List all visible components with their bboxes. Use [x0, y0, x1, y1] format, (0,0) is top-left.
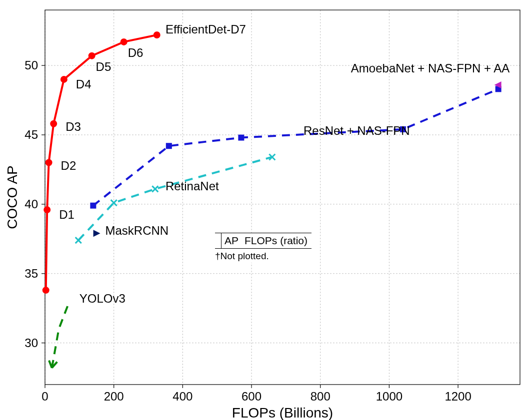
svg-point-44	[88, 52, 96, 59]
svg-point-46	[154, 31, 160, 38]
svg-text:D5: D5	[96, 60, 112, 73]
svg-text:1200: 1200	[444, 390, 471, 403]
table-col-name	[215, 233, 222, 249]
svg-text:D2: D2	[61, 159, 76, 172]
svg-text:0: 0	[42, 390, 48, 403]
table-col-ap: AP	[222, 233, 243, 249]
svg-point-41	[46, 159, 52, 166]
series-label: MaskRCNN	[105, 224, 168, 237]
svg-point-39	[42, 287, 50, 294]
comparison-table: AP FLOPs (ratio) †Not plotted.	[215, 233, 312, 263]
chart-container: 0200400600800100012003035404550FLOPs (Bi…	[0, 0, 528, 420]
series-maskrcnn	[94, 230, 100, 237]
svg-text:800: 800	[310, 390, 330, 403]
svg-text:600: 600	[242, 390, 262, 403]
series-label: EfficientDet-D7	[166, 22, 246, 36]
svg-rect-47	[90, 203, 96, 209]
svg-rect-49	[238, 135, 244, 141]
chart-svg: 0200400600800100012003035404550FLOPs (Bi…	[0, 0, 528, 420]
table-footnote: †Not plotted.	[215, 249, 312, 263]
svg-text:COCO AP: COCO AP	[4, 165, 20, 229]
svg-text:40: 40	[24, 197, 38, 211]
svg-text:35: 35	[24, 267, 38, 280]
series-label: RetinaNet	[166, 179, 219, 193]
svg-point-45	[120, 38, 128, 45]
svg-text:1000: 1000	[376, 390, 402, 403]
svg-text:FLOPs (Billions): FLOPs (Billions)	[232, 405, 333, 420]
svg-text:45: 45	[24, 128, 38, 141]
svg-text:30: 30	[24, 336, 38, 350]
svg-point-43	[60, 76, 68, 83]
svg-point-40	[44, 206, 50, 213]
svg-text:D6: D6	[128, 46, 144, 59]
svg-point-42	[50, 120, 57, 127]
series-label: YOLOv3	[80, 292, 126, 305]
svg-text:50: 50	[24, 58, 38, 72]
svg-text:400: 400	[172, 390, 192, 403]
svg-text:D3: D3	[66, 120, 81, 133]
series-label: AmoebaNet + NAS-FPN + AA	[351, 61, 510, 75]
svg-text:200: 200	[104, 390, 124, 403]
series-label: ResNet + NAS-FPN	[304, 124, 410, 137]
svg-rect-48	[166, 143, 172, 149]
svg-text:D1: D1	[59, 208, 74, 221]
series-yolov3	[49, 301, 70, 368]
table-col-flops: FLOPs (ratio)	[242, 233, 312, 249]
svg-text:D4: D4	[76, 77, 92, 91]
